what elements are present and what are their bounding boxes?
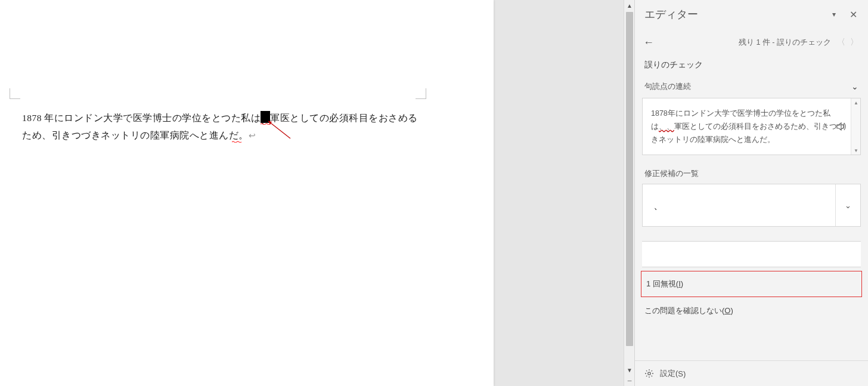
context-scrollbar[interactable]: ▲ ▼ — [851, 98, 860, 155]
back-arrow-icon[interactable]: ← — [643, 36, 661, 49]
paragraph-mark-icon: ↩ — [249, 131, 256, 140]
pane-header: エディター ▾ ✕ — [635, 0, 868, 24]
dont-check-pre: この問題を確認しない( — [644, 306, 724, 315]
close-icon[interactable]: ✕ — [847, 8, 860, 21]
next-issue-button[interactable]: 〉 — [848, 36, 861, 49]
suggestion-text[interactable]: 、 — [643, 199, 835, 212]
rule-row[interactable]: 句読点の連続 ⌄ — [635, 74, 868, 98]
chevron-down-icon[interactable]: ⌄ — [851, 82, 858, 91]
text-run[interactable]: ため、引きつづきネットリの陸軍病院へと進んだ。 — [22, 130, 249, 140]
nav-status-text: 残り 1 件 - 誤りのチェック — [739, 38, 831, 48]
text-run[interactable]: 軍医としての必須科目をおさめる — [270, 113, 418, 123]
pane-options-button[interactable]: ▾ — [827, 8, 841, 21]
ignore-once-pre: 1 回無視( — [646, 279, 678, 288]
highlighted-error[interactable]: 、 — [261, 111, 270, 123]
app-root: 1878 年にロンドン大学で医学博士の学位をとつた私は、軍医としての必須科目をお… — [0, 0, 868, 386]
settings-key: S — [678, 369, 683, 378]
ignore-once-post: ) — [681, 279, 683, 288]
dont-check-key: O — [724, 306, 730, 315]
section-title: 誤りのチェック — [635, 54, 868, 74]
context-scroll-down-icon[interactable]: ▼ — [851, 146, 861, 155]
settings-button[interactable]: 設定(S) — [635, 360, 868, 386]
spelling-squiggle — [232, 141, 241, 143]
suggestion-dropdown-button[interactable]: ⌄ — [835, 184, 860, 226]
editor-pane: エディター ▾ ✕ ← 残り 1 件 - 誤りのチェック 〈 〉 誤りのチェック… — [634, 0, 868, 386]
margin-crop-left — [10, 88, 20, 99]
document-scrollbar[interactable]: ▲ ▼ – — [624, 0, 634, 386]
rule-label: 句読点の連続 — [644, 81, 691, 92]
scroll-down-icon[interactable]: ▼ — [624, 365, 635, 375]
paragraph[interactable]: 1878 年にロンドン大学で医学博士の学位をとつた私は、軍医としての必須科目をお… — [22, 109, 472, 144]
gear-icon — [644, 369, 654, 378]
dont-check-button[interactable]: この問題を確認しない(O) — [635, 297, 868, 325]
dont-check-post: ) — [730, 306, 733, 315]
scroll-up-icon[interactable]: ▲ — [624, 0, 635, 11]
margin-crop-right — [416, 88, 426, 99]
scroll-thumb[interactable] — [626, 12, 633, 346]
prev-issue-button[interactable]: 〈 — [835, 36, 848, 49]
pane-title: エディター — [644, 7, 822, 21]
ignore-once-button[interactable]: 1 回無視(I) — [641, 271, 862, 297]
text-run[interactable]: 1878 年にロンドン大学で医学博士の学位をとつた私は — [22, 113, 261, 123]
suggestions-label: 修正候補の一覧 — [635, 155, 868, 184]
context-error: 、、 — [659, 122, 674, 131]
scroll-split-icon[interactable]: – — [624, 375, 635, 386]
svg-point-2 — [648, 372, 650, 375]
settings-pre: 設定( — [660, 368, 678, 379]
context-scroll-up-icon[interactable]: ▲ — [851, 98, 861, 107]
context-box: 1878年にロンドン大学で医学博士の学位をとつた私は、、軍医としての必須科目をお… — [642, 98, 861, 155]
pane-nav: ← 残り 1 件 - 誤りのチェック 〈 〉 — [635, 24, 868, 54]
read-aloud-icon[interactable] — [836, 122, 847, 131]
context-post: 軍医としての必須科目をおさめるため、引きつづきネットリの陸軍病院へと進んだ。 — [651, 122, 845, 144]
settings-post: ) — [683, 369, 686, 378]
document-area[interactable]: 1878 年にロンドン大学で医学博士の学位をとつた私は、軍医としての必須科目をお… — [0, 0, 624, 386]
context-text[interactable]: 1878年にロンドン大学で医学博士の学位をとつた私は、、軍医としての必須科目をお… — [643, 98, 851, 155]
blank-list-area — [642, 241, 861, 267]
page[interactable]: 1878 年にロンドン大学で医学博士の学位をとつた私は、軍医としての必須科目をお… — [0, 0, 494, 386]
suggestion-item[interactable]: 、 ⌄ — [642, 184, 861, 227]
